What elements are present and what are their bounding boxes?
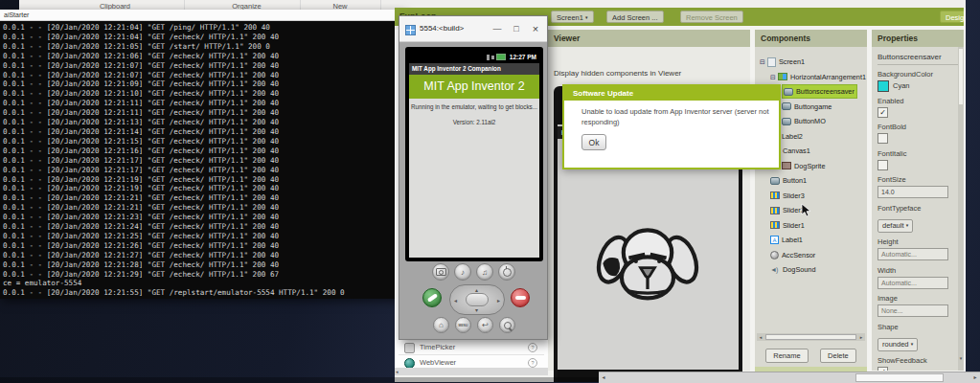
emulator-screen[interactable]: 12:27 PM MIT App Inventor 2 Companion MI… bbox=[409, 51, 539, 258]
slider-icon bbox=[770, 207, 780, 214]
tree-item-label1[interactable]: ALabel1 bbox=[755, 233, 867, 248]
backgroundcolor-value[interactable]: Cyan bbox=[877, 80, 964, 91]
power-button[interactable] bbox=[498, 263, 515, 281]
timepicker-icon bbox=[404, 343, 415, 353]
add-screen-button[interactable]: Add Screen ... bbox=[606, 11, 664, 23]
scroll-right-icon[interactable]: ▸ bbox=[970, 372, 980, 383]
delete-button[interactable]: Delete bbox=[820, 349, 856, 363]
scroll-left-icon[interactable]: ◂ bbox=[599, 372, 608, 383]
maximize-icon[interactable]: □ bbox=[509, 16, 524, 41]
scrollbar-thumb[interactable] bbox=[959, 49, 963, 104]
call-button[interactable] bbox=[422, 288, 442, 307]
hangup-button[interactable] bbox=[511, 288, 530, 307]
dialog-ok-button[interactable]: Ok bbox=[581, 134, 606, 150]
back-button[interactable]: ↩ bbox=[477, 317, 493, 333]
image-label: Image bbox=[877, 294, 964, 303]
back-icon: ↩ bbox=[482, 321, 489, 329]
collapse-icon[interactable]: ⊟ bbox=[760, 55, 765, 70]
fontitalic-checkbox[interactable] bbox=[877, 160, 888, 170]
volume-up-button[interactable]: ♫ bbox=[476, 263, 493, 281]
scroll-down-icon[interactable]: ▾ bbox=[958, 355, 964, 361]
companion-app-titlebar: MIT App Inventor 2 Companion bbox=[409, 63, 539, 75]
tree-item-dogsound[interactable]: DogSound bbox=[755, 262, 867, 278]
height-input[interactable]: Automatic... bbox=[877, 248, 948, 260]
tree-item-accsensor[interactable]: AccSensor bbox=[755, 248, 867, 263]
tree-item-button1[interactable]: Button1 bbox=[755, 173, 867, 189]
terminal-log-line: 0.0.1 - - [20/Jan/2020 12:21:11] "GET /e… bbox=[3, 99, 399, 108]
dpad[interactable]: ◂ ▴ ▸ ▾ bbox=[449, 284, 505, 315]
slider-icon bbox=[770, 192, 780, 199]
tree-item-slider1[interactable]: Slider1 bbox=[755, 218, 867, 234]
fontbold-checkbox[interactable] bbox=[877, 133, 888, 144]
tree-item-horizontalarrangement1[interactable]: ⊟HorizontalArrangement1 bbox=[755, 70, 867, 85]
terminal-log-line: 0.0.1 - - [20/Jan/2020 12:21:29] "GET /e… bbox=[3, 270, 399, 280]
help-icon[interactable]: ? bbox=[528, 343, 537, 352]
volume-down-button[interactable]: ♪ bbox=[454, 263, 471, 281]
terminal-log-line: 0.0.1 - - [20/Jan/2020 12:21:05] "GET /s… bbox=[3, 42, 399, 52]
slider-icon bbox=[770, 221, 780, 229]
browser-horizontal-scrollbar[interactable]: ◂ ▸ bbox=[599, 372, 980, 383]
width-input[interactable]: Automatic... bbox=[877, 277, 948, 289]
tree-item-slider3[interactable]: Slider3 bbox=[755, 189, 867, 204]
selected-component-name: Buttonscreensaver bbox=[877, 53, 964, 61]
dpad-up-icon[interactable]: ▴ bbox=[475, 286, 478, 293]
mouse-cursor bbox=[801, 203, 811, 217]
fonttypeface-dropdown[interactable]: default ▾ bbox=[877, 219, 913, 233]
properties-panel: Properties Buttonscreensaver BackgroundC… bbox=[872, 30, 964, 371]
enabled-checkbox[interactable]: ✓ bbox=[877, 107, 888, 118]
arrangement-icon bbox=[778, 73, 787, 80]
terminal-log-line: 0.0.1 - - [20/Jan/2020 12:21:04] "GET /e… bbox=[3, 33, 399, 42]
collapse-icon[interactable]: ⊟ bbox=[770, 70, 776, 85]
rename-button[interactable]: Rename bbox=[765, 349, 808, 363]
home-button[interactable]: ⌂ bbox=[433, 317, 449, 333]
remove-screen-button[interactable]: Remove Screen bbox=[680, 11, 743, 23]
help-icon[interactable]: ? bbox=[528, 358, 537, 368]
terminal-log-line: 0.0.1 - - [20/Jan/2020 12:21:24] "GET /e… bbox=[3, 222, 399, 232]
dog-canvas-image[interactable] bbox=[594, 213, 701, 312]
menu-button[interactable]: MENU bbox=[455, 317, 471, 333]
components-panel: Components ⊟Screen1 ⊟HorizontalArrangeme… bbox=[755, 30, 867, 371]
palette-item-timepicker[interactable]: TimePicker ? bbox=[395, 341, 548, 354]
backgroundcolor-label: BackgroundColor bbox=[877, 70, 964, 79]
button-icon bbox=[770, 177, 780, 185]
scroll-right-icon[interactable]: ▸ bbox=[857, 333, 865, 341]
minimize-icon[interactable]: — bbox=[490, 16, 505, 41]
dpad-right-icon[interactable]: ▸ bbox=[497, 297, 500, 304]
camera-button[interactable] bbox=[432, 263, 449, 281]
shape-dropdown[interactable]: rounded ▾ bbox=[877, 338, 918, 351]
dpad-left-icon[interactable]: ◂ bbox=[454, 297, 457, 304]
tree-item-screen1[interactable]: ⊟Screen1 bbox=[755, 55, 867, 70]
scrollbar-thumb[interactable] bbox=[855, 373, 944, 382]
terminal-log-line: 0.0.1 - - [20/Jan/2020 12:21:28] "GET /e… bbox=[3, 260, 399, 270]
battery-icon bbox=[496, 54, 506, 60]
scroll-left-icon[interactable]: ◂ bbox=[396, 368, 399, 375]
scroll-left-icon[interactable]: ◂ bbox=[757, 333, 764, 341]
properties-scrollbar[interactable]: ▾ bbox=[958, 47, 964, 371]
designer-button[interactable]: Designer bbox=[940, 11, 966, 23]
terminal-log-line: 0.0.1 - - [20/Jan/2020 12:21:07] "GET /e… bbox=[3, 71, 399, 80]
components-horizontal-scrollbar[interactable]: ◂ ▸ bbox=[757, 333, 865, 341]
terminal-log-line: 0.0.1 - - [20/Jan/2020 12:21:27] "GET /e… bbox=[3, 251, 399, 260]
dpad-down-icon[interactable]: ▾ bbox=[475, 306, 478, 313]
close-icon[interactable]: × bbox=[528, 16, 543, 41]
chevron-down-icon: ▾ bbox=[906, 222, 909, 228]
color-swatch-cyan[interactable] bbox=[877, 80, 889, 92]
viewer-panel: Viewer Display hidden components in View… bbox=[548, 30, 750, 371]
screen-select-button[interactable]: Screen1 ▾ bbox=[551, 11, 594, 23]
emulator-titlebar[interactable]: 5554:<build> — □ × bbox=[399, 16, 547, 42]
image-input[interactable]: None... bbox=[877, 304, 948, 317]
height-label: Height bbox=[877, 237, 964, 246]
dpad-center-button[interactable] bbox=[466, 293, 489, 306]
terminal-log-line: 0.0.1 - - [20/Jan/2020 12:21:07] "GET /e… bbox=[3, 61, 399, 71]
fontsize-input[interactable]: 14.0 bbox=[877, 186, 948, 198]
search-button[interactable] bbox=[499, 317, 515, 333]
palette-horizontal-scrollbar[interactable]: ◂ bbox=[395, 368, 548, 375]
shape-label: Shape bbox=[877, 323, 964, 331]
display-hidden-components-label[interactable]: Display hidden components in Viewer bbox=[554, 69, 681, 78]
selected-highlight: Buttonscreensaver bbox=[782, 84, 857, 99]
emulator-status-bar: 12:27 PM bbox=[409, 51, 539, 63]
scrollbar-thumb[interactable] bbox=[765, 334, 856, 340]
hangup-icon bbox=[515, 296, 526, 300]
chevron-down-icon: ▾ bbox=[911, 341, 914, 347]
showfeedback-checkbox[interactable]: ✓ bbox=[877, 367, 888, 371]
